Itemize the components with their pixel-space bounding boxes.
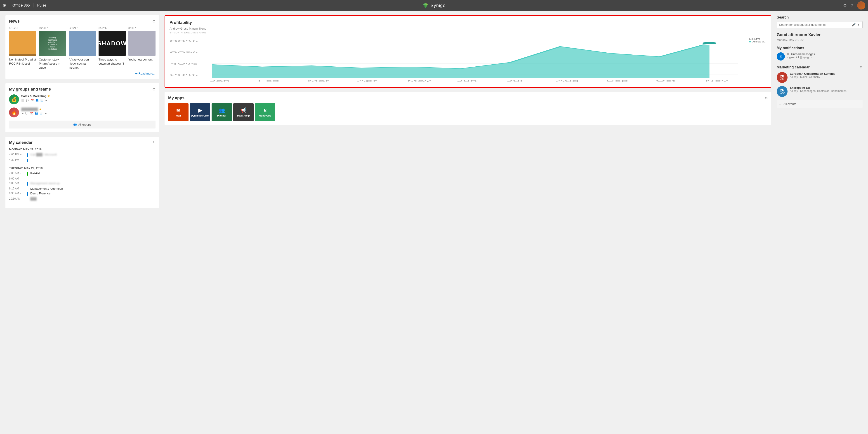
event-date-badge: 26 Nov — [777, 86, 787, 97]
event-title: Reistijd — [30, 172, 40, 175]
svg-point-13 — [701, 42, 718, 44]
event-bar — [27, 172, 28, 176]
calendar-event: 9:00 AM — [9, 177, 156, 180]
svg-text:40%: 40% — [169, 63, 198, 65]
event-time: 9:15 AM — [9, 187, 25, 190]
event-bar — [27, 192, 28, 196]
event-name: European Collaboration Summit — [790, 72, 835, 75]
group-item[interactable]: 🔥 ████████ ★ ☁ 💬 📅 👥 📄 ☁ — [9, 107, 156, 118]
news-item[interactable]: 10/9/17 Enabling healthcare with Pa...a … — [39, 26, 66, 70]
star-icon: ★ — [48, 94, 50, 98]
app-tile[interactable]: ▶ Dynamics CRM — [190, 103, 210, 121]
grid-icon[interactable]: ⊞ — [3, 3, 6, 8]
search-icons: 🎤 ▼ — [852, 23, 860, 26]
calendar-event: 9:15 AM Management / Algemeen — [9, 187, 156, 190]
news-caption: Nominated! Proud at ROC Rijn IJssel — [9, 58, 36, 66]
app-icon: 👥 — [219, 107, 225, 113]
svg-text:Aug: Aug — [556, 80, 579, 82]
groups-icon: 👥 — [73, 123, 77, 126]
event-title: Demo Florence — [30, 192, 51, 195]
svg-text:Oct: Oct — [655, 80, 675, 82]
notifications-section: My notifications ✉ Unread messages x.gee… — [777, 46, 863, 61]
calendar-day: MONDAY, MAY 28, 2018 4:00 PM – Call ███ … — [9, 148, 156, 162]
app-tile[interactable]: ✉ Mail — [168, 103, 188, 121]
event-name: Sharepoint EU — [790, 86, 846, 90]
calendar-header: My calendar ↻ — [9, 140, 156, 145]
svg-text:80%: 80% — [169, 40, 198, 42]
news-item[interactable]: 4/10/18 Nominated! Proud at ROC Rijn IJs… — [9, 26, 36, 70]
news-item[interactable]: 8/22/17 SHADOW Three ways to outsmart sh… — [98, 26, 126, 70]
app-label: MailChimp — [237, 114, 250, 117]
help-icon[interactable]: ? — [851, 3, 853, 8]
news-grid: 4/10/18 Nominated! Proud at ROC Rijn IJs… — [9, 26, 156, 70]
news-date: 9/10/17 — [69, 26, 96, 30]
mktcal-settings-icon[interactable]: ⚙ — [860, 65, 863, 69]
calendar-event: 9:00 AM – Management stand-up — [9, 181, 156, 186]
app-icon: 📢 — [241, 107, 247, 113]
apps-settings-icon[interactable]: ⚙ — [765, 96, 768, 100]
center-column: Profitability Andrew Gross Margin Trend … — [164, 15, 771, 430]
pulse-label[interactable]: Pulse — [33, 3, 50, 7]
svg-text:Jan: Jan — [209, 80, 230, 82]
settings-icon[interactable]: ⚙ — [843, 3, 847, 8]
news-section: News ⚙ 4/10/18 Nominated! Proud at ROC R… — [5, 15, 159, 79]
apps-section: My apps ⚙ ✉ Mail ▶ Dynamics CRM 👥 Planne… — [164, 92, 771, 125]
chart-area: Executive Andrew Mi... 80% 60% 40% 20% — [169, 37, 766, 82]
notifications-title: My notifications — [777, 46, 863, 50]
groups-settings-icon[interactable]: ⚙ — [152, 87, 156, 92]
event-info: Management / Algemeen — [30, 187, 63, 190]
search-chevron-icon[interactable]: ▼ — [857, 23, 860, 26]
group-item[interactable]: 💰 Sales & Marketing ★ ⬜ 💬 📅 👥 📄 ☁ — [9, 94, 156, 104]
news-thumbnail — [128, 31, 156, 56]
event-info: Call ███ / Microsoft — [30, 153, 57, 156]
event-time: 9:00 AM — [9, 177, 25, 180]
notif-label: Unread messages — [787, 53, 815, 56]
star-icon: ★ — [39, 107, 41, 111]
user-avatar[interactable] — [857, 1, 865, 9]
calendar-event: 7:00 AM – Reistijd — [9, 172, 156, 176]
synigo-diamond-icon — [422, 2, 429, 8]
calendar-refresh-icon[interactable]: ↻ — [153, 141, 156, 144]
app-icon: ▶ — [198, 107, 202, 113]
app-tile[interactable]: 📢 MailChimp — [233, 103, 254, 121]
news-caption: Three ways to outsmart shadow IT — [98, 58, 126, 66]
news-settings-icon[interactable]: ⚙ — [152, 19, 156, 24]
marketing-event-item[interactable]: 26 Nov Sharepoint EU All day · Kopenhage… — [777, 86, 863, 97]
badge-month: Nov — [780, 92, 784, 95]
mktcal-events: 28 May European Collaboration Summit All… — [777, 72, 863, 97]
app-tile[interactable]: € Moneybird — [255, 103, 275, 121]
news-header: News ⚙ — [9, 19, 156, 24]
all-events-button[interactable]: ☰ All events — [777, 100, 863, 108]
office365-label[interactable]: Office 365 — [9, 3, 33, 7]
search-section: Search 🎤 ▼ — [777, 15, 863, 28]
read-more-link[interactable]: ➜ Read more... — [9, 72, 156, 75]
notification-item: ✉ Unread messages x.geerdink@synigo.nl — [777, 53, 863, 61]
legend-dot-icon — [749, 41, 751, 42]
news-item[interactable]: 8/8/17 Yeah, new content — [128, 26, 156, 70]
calendar-section: My calendar ↻ MONDAY, MAY 28, 2018 4:00 … — [5, 137, 159, 208]
event-title: Management / Algemeen — [30, 187, 63, 190]
search-label: Search — [777, 15, 863, 20]
calendar-content: MONDAY, MAY 28, 2018 4:00 PM – Call ███ … — [9, 148, 156, 205]
apps-title: My apps — [168, 96, 184, 100]
event-title: ███ — [30, 197, 37, 201]
all-groups-button[interactable]: 👥 All groups — [9, 121, 156, 129]
event-bar — [27, 159, 28, 162]
search-input[interactable] — [779, 23, 852, 26]
group-info: Sales & Marketing ★ ⬜ 💬 📅 👥 📄 ☁ — [21, 94, 50, 102]
app-tile[interactable]: 👥 Planner — [212, 103, 232, 121]
right-column: Search 🎤 ▼ Good afternoon Xavier Monday,… — [777, 15, 863, 430]
calendar-list-icon: ☰ — [779, 102, 782, 106]
marketing-event-item[interactable]: 28 May European Collaboration Summit All… — [777, 72, 863, 83]
event-title: Call ███ / Microsoft — [30, 153, 57, 156]
event-time: 9:30 AM – — [9, 192, 25, 195]
profitability-chart: 80% 60% 40% 20% Jan Feb — [169, 37, 766, 82]
news-item[interactable]: 9/10/17 Aftrap voor een nieuw sociaal in… — [69, 26, 96, 70]
news-title: News — [9, 19, 20, 24]
svg-text:Jul: Jul — [506, 80, 523, 82]
greeting-date: Monday, May 28, 2018 — [777, 38, 863, 41]
calendar-event: 4:00 PM – Call ███ / Microsoft — [9, 153, 156, 157]
group-avatar: 🔥 — [9, 107, 19, 118]
news-thumbnail: SHADOW — [98, 31, 126, 56]
search-box: 🎤 ▼ — [777, 21, 863, 28]
